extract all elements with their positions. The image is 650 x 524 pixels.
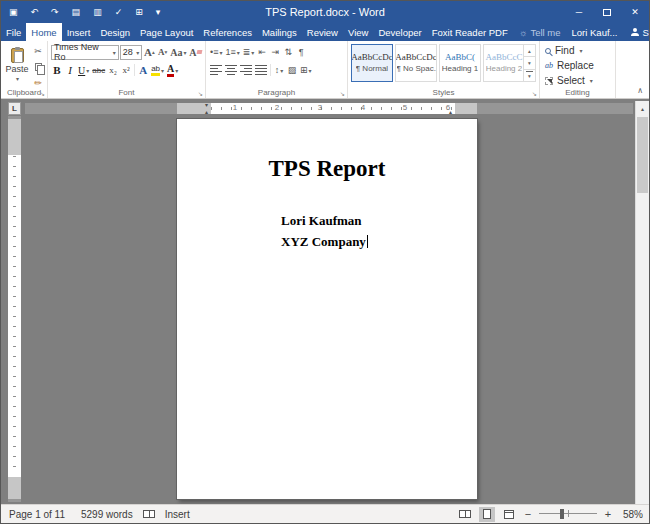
borders-button[interactable]: ⊞▾ xyxy=(299,63,313,77)
open-icon[interactable]: ▤ xyxy=(72,8,81,17)
line-spacing-button[interactable]: ↕▾ xyxy=(273,63,285,77)
decrease-indent-button[interactable]: ⇤ xyxy=(256,45,268,59)
style-normal[interactable]: AaBbCcDc ¶ Normal xyxy=(351,44,393,82)
close-button[interactable]: ✕ xyxy=(621,1,649,23)
vertical-ruler[interactable] xyxy=(8,116,21,502)
right-indent-marker[interactable]: ▴ xyxy=(449,109,452,115)
tab-review[interactable]: Review xyxy=(302,23,343,41)
web-layout-button[interactable] xyxy=(501,507,517,522)
increase-indent-button[interactable]: ⇥ xyxy=(269,45,281,59)
ruler-number-1: 1 xyxy=(233,104,237,112)
restore-button[interactable] xyxy=(593,1,621,23)
styles-more-button[interactable]: ▾ xyxy=(523,69,536,82)
redo-icon[interactable]: ↷ xyxy=(51,8,59,17)
style-no-spacing[interactable]: AaBbCcDc ¶ No Spac... xyxy=(395,44,437,82)
zoom-slider-thumb[interactable] xyxy=(560,509,564,519)
styles-dialog-launcher[interactable]: ↘ xyxy=(532,90,537,97)
sort-button[interactable]: ⇅ xyxy=(282,45,294,59)
strikethrough-button[interactable]: abc xyxy=(91,63,106,77)
scrollbar-thumb[interactable] xyxy=(637,117,648,193)
font-color-button[interactable]: A▾ xyxy=(166,63,179,77)
scroll-up-button[interactable]: ▴ xyxy=(636,101,649,115)
tab-selector[interactable]: L xyxy=(8,102,21,115)
word-count[interactable]: 5299 words xyxy=(73,509,141,520)
quick-print-icon[interactable]: ▥ xyxy=(93,8,102,17)
multilevel-list-button[interactable]: ≣▾ xyxy=(242,45,256,59)
share-button[interactable]: Share xyxy=(623,23,650,41)
italic-button[interactable]: I xyxy=(64,63,76,77)
show-hide-marks-button[interactable]: ¶ xyxy=(295,45,307,59)
page-indicator[interactable]: Page 1 of 11 xyxy=(1,509,73,520)
align-right-button[interactable] xyxy=(239,63,253,77)
draw-table-icon[interactable]: ⊞ xyxy=(135,8,143,17)
customize-qat-icon[interactable]: ▾ xyxy=(156,8,161,17)
hanging-indent-marker[interactable]: ▴ xyxy=(205,109,208,115)
tab-references[interactable]: References xyxy=(198,23,257,41)
print-layout-button[interactable] xyxy=(479,507,495,522)
first-line-indent-marker[interactable]: ▾ xyxy=(205,102,208,108)
highlight-color-button[interactable]: ab▾ xyxy=(150,63,165,77)
tell-me-box[interactable]: ☼ Tell me xyxy=(513,23,567,41)
undo-icon[interactable]: ↶ xyxy=(31,8,39,17)
align-center-button[interactable] xyxy=(224,63,238,77)
tab-developer[interactable]: Developer xyxy=(373,23,426,41)
chevron-down-icon: ▾ xyxy=(590,77,593,84)
styles-scroll-down-button[interactable]: ▾ xyxy=(523,56,536,68)
shading-button[interactable]: ▨ xyxy=(286,63,298,77)
clipboard-dialog-launcher[interactable]: ↘ xyxy=(40,90,45,97)
bullets-button[interactable]: •≡▾ xyxy=(209,45,223,59)
tab-view[interactable]: View xyxy=(343,23,373,41)
zoom-percentage[interactable]: 58% xyxy=(619,509,643,520)
numbering-button[interactable]: 1≡▾ xyxy=(224,45,240,59)
zoom-slider[interactable] xyxy=(539,508,597,520)
justify-button[interactable] xyxy=(254,63,268,77)
outdent-icon: ⇤ xyxy=(258,48,266,57)
superscript-button[interactable]: x² xyxy=(120,63,132,77)
pilcrow-icon: ¶ xyxy=(299,48,304,57)
font-dialog-launcher[interactable]: ↘ xyxy=(198,90,203,97)
align-left-button[interactable] xyxy=(209,63,223,77)
save-icon[interactable]: ▣ xyxy=(9,8,18,17)
select-button[interactable]: Select ▾ xyxy=(545,74,594,87)
cut-button[interactable]: ✂ xyxy=(32,44,44,58)
clear-formatting-button[interactable]: A xyxy=(188,45,203,59)
paragraph-dialog-launcher[interactable]: ↘ xyxy=(340,90,345,97)
tab-mailings[interactable]: Mailings xyxy=(257,23,302,41)
spelling-icon[interactable]: ✓ xyxy=(115,8,123,17)
proofing-status-button[interactable] xyxy=(141,507,157,522)
text-effects-button[interactable]: A xyxy=(137,63,149,77)
tab-file[interactable]: File xyxy=(1,23,26,41)
tab-design[interactable]: Design xyxy=(95,23,135,41)
collapse-ribbon-button[interactable]: ∧ xyxy=(637,86,643,95)
replace-button[interactable]: ab Replace xyxy=(545,59,594,72)
horizontal-ruler[interactable]: 1 2 3 4 5 6 ▾ ▴ ▴ xyxy=(177,103,477,114)
styles-scroll-up-button[interactable]: ▴ xyxy=(523,44,536,56)
minimize-button[interactable]: ─ xyxy=(565,1,593,23)
window-title-text: TPS Report.docx - Word xyxy=(265,6,385,18)
find-button[interactable]: Find ▾ xyxy=(545,44,594,57)
grow-font-button[interactable]: A▴ xyxy=(143,45,155,59)
zoom-out-button[interactable]: − xyxy=(523,508,533,520)
tab-insert[interactable]: Insert xyxy=(62,23,96,41)
style-heading-1[interactable]: AaBbC( Heading 1 xyxy=(439,44,481,82)
tab-home[interactable]: Home xyxy=(26,23,61,41)
font-family-select[interactable]: Times New Ro ▾ xyxy=(51,45,119,60)
subscript-button[interactable]: x₂ xyxy=(107,63,119,77)
style-preview: AaBbCcC xyxy=(486,53,523,62)
insert-mode-indicator[interactable]: Insert xyxy=(157,509,198,520)
copy-button[interactable] xyxy=(32,60,44,74)
tab-page-layout[interactable]: Page Layout xyxy=(135,23,198,41)
font-size-select[interactable]: 28 ▾ xyxy=(120,45,142,60)
document-page[interactable]: TPS Report Lori Kaufman XYZ Company xyxy=(177,119,477,499)
tab-foxit-reader-pdf[interactable]: Foxit Reader PDF xyxy=(427,23,513,41)
paste-button[interactable]: Paste ▾ xyxy=(3,43,31,87)
read-mode-button[interactable] xyxy=(457,507,473,522)
zoom-in-button[interactable]: + xyxy=(603,508,613,520)
change-case-button[interactable]: Aa▾ xyxy=(170,45,188,59)
underline-button[interactable]: U▾ xyxy=(77,63,90,77)
style-heading-2[interactable]: AaBbCcC Heading 2 xyxy=(483,44,525,82)
shrink-font-button[interactable]: A▾ xyxy=(157,45,169,59)
vertical-scrollbar[interactable]: ▴ xyxy=(635,101,649,506)
account-user-name[interactable]: Lori Kauf... xyxy=(567,23,623,41)
bold-button[interactable]: B xyxy=(51,63,63,77)
